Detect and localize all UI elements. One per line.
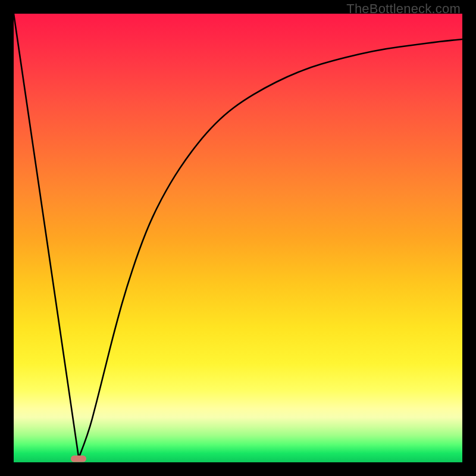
chart-plot-area (14, 14, 462, 462)
curve-right-segment (79, 39, 462, 458)
watermark-text: TheBottleneck.com (346, 1, 461, 17)
chart-curves-svg (14, 14, 462, 462)
curve-left-segment (14, 14, 79, 458)
chart-frame: TheBottleneck.com (0, 0, 476, 476)
chart-vertex-marker (71, 455, 86, 462)
